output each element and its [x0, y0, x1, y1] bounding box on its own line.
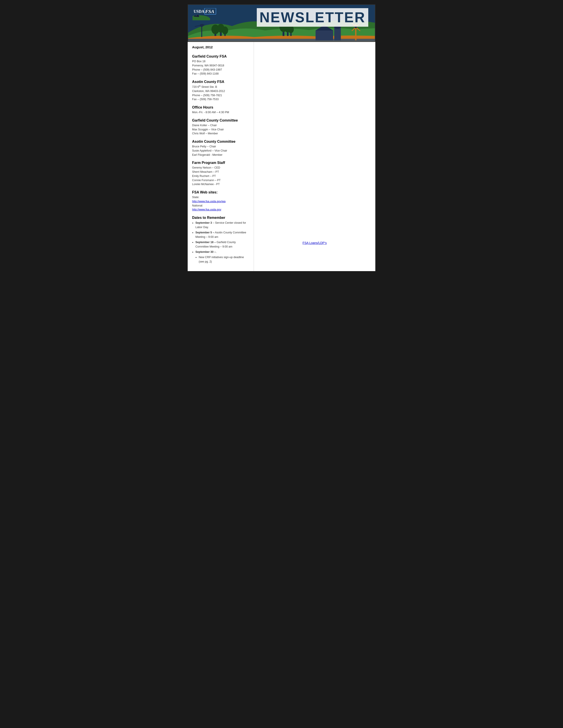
svg-point-11	[222, 26, 228, 34]
svg-line-30	[195, 26, 199, 26]
asotin-county-title: Asotin County FSA	[192, 80, 249, 84]
sidebar: August, 2012 Garfield County FSA PO Box …	[188, 42, 254, 271]
content-area: August, 2012 Garfield County FSA PO Box …	[188, 42, 375, 271]
garfield-committee-members: Diane Koller – Chair Max Scoggin – Vice …	[192, 123, 249, 136]
garfield-county-title: Garfield County FSA	[192, 54, 249, 58]
farm-staff-section: Farm Program Staff Geremy Nelson – CED S…	[192, 161, 249, 186]
office-hours-title: Office Hours	[192, 105, 249, 109]
office-hours-section: Office Hours Mon.-Fri. - 8:00 AM – 4:30 …	[192, 105, 249, 114]
asotin-county-address: 720 6th Street Ste. B Clarkston, WA 9940…	[192, 85, 249, 101]
state-website-link[interactable]: http://www.fsa.usda.gov/wa	[192, 200, 225, 203]
asotin-committee-section: Asotin County Committee Bruce Petty – Ch…	[192, 140, 249, 157]
page: USDA FSA	[188, 4, 375, 271]
dates-title: Dates to Remember	[192, 216, 249, 220]
garfield-county-address: PO Box 18 Pomeroy, WA 99347-0018 Phone –…	[192, 59, 249, 76]
dates-list: September 3 – Service Center closed for …	[192, 221, 249, 264]
svg-rect-28	[201, 26, 202, 37]
fsa-loans-link[interactable]: FSA Loans/LDP's	[303, 241, 327, 245]
usda-emblem-icon: USDA FSA	[192, 8, 217, 20]
sub-dates-list: New CRP initiatives sign-up deadline (se…	[195, 255, 249, 264]
svg-rect-18	[316, 30, 333, 40]
dates-section: Dates to Remember September 3 – Service …	[192, 216, 249, 264]
issue-date: August, 2012	[192, 45, 249, 50]
list-item: New CRP initiatives sign-up deadline (se…	[199, 255, 249, 264]
list-item: September 18 – Garfield County Committee…	[195, 240, 249, 249]
farm-staff-members: Geremy Nelson – CED Sherri Meacham – PT …	[192, 166, 249, 186]
garfield-committee-title: Garfield County Committee	[192, 118, 249, 122]
list-item: September 30 –. New CRP initiatives sign…	[195, 250, 249, 264]
websites-content: State: http://www.fsa.usda.gov/wa Nation…	[192, 195, 249, 212]
svg-text:USDA: USDA	[194, 9, 204, 14]
farm-staff-title: Farm Program Staff	[192, 161, 249, 165]
list-item: September 3 – Service Center closed for …	[195, 221, 249, 229]
garfield-county-section: Garfield County FSA PO Box 18 Pomeroy, W…	[192, 54, 249, 76]
websites-section: FSA Web sites: State: http://www.fsa.usd…	[192, 190, 249, 212]
asotin-county-section: Asotin County FSA 720 6th Street Ste. B …	[192, 80, 249, 101]
main-content: FSA Loans/LDP's	[254, 42, 375, 271]
svg-text:FSA: FSA	[205, 9, 214, 14]
newsletter-title: NEWSLETTER	[257, 8, 368, 27]
asotin-committee-members: Bruce Petty – Chair Susie Appleford – Vi…	[192, 144, 249, 157]
garfield-committee-section: Garfield County Committee Diane Koller –…	[192, 118, 249, 136]
asotin-committee-title: Asotin County Committee	[192, 140, 249, 144]
header-banner: USDA FSA	[188, 4, 375, 42]
office-hours-text: Mon.-Fri. - 8:00 AM – 4:30 PM	[192, 110, 249, 114]
svg-rect-20	[334, 27, 341, 40]
websites-title: FSA Web sites:	[192, 190, 249, 194]
list-item: September 5 – Asotin County Committee Me…	[195, 230, 249, 239]
svg-point-17	[288, 26, 294, 33]
svg-rect-5	[188, 39, 375, 41]
national-website-link[interactable]: http://www.fsa.usda.gov	[192, 208, 221, 211]
usda-fsa-logo: USDA FSA	[192, 8, 217, 20]
